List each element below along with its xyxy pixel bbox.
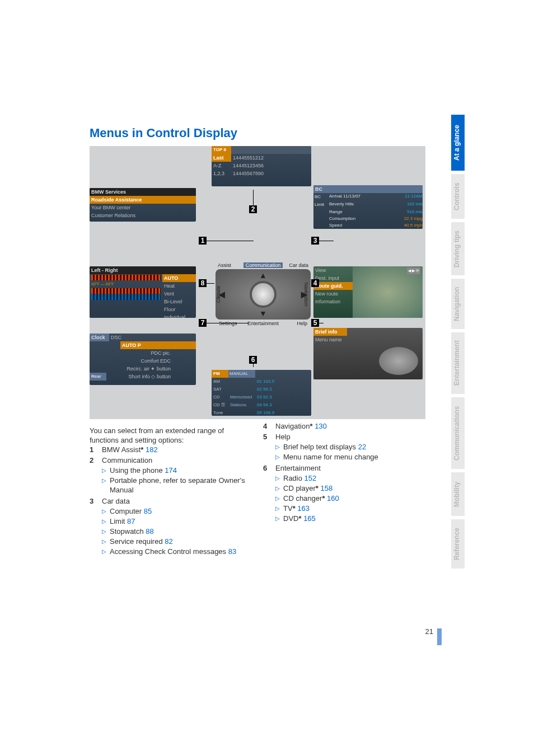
footnote-star: * — [310, 422, 312, 430]
footnote-star: * — [140, 445, 143, 454]
list-item-heading: Navigation* 130 — [275, 421, 425, 431]
list-number: 6 — [263, 463, 275, 524]
tab-reference[interactable]: Reference — [451, 519, 465, 569]
sub-item-text: Portable phone, refer to separate Owner'… — [110, 476, 252, 495]
triangle-bullet-icon: ▷ — [102, 537, 106, 546]
page-link[interactable]: 22 — [358, 443, 366, 451]
footnote-star: * — [316, 484, 318, 492]
screen-navigation: View Dest. input Route guid. New route I… — [313, 266, 423, 318]
sub-item-text: Using the phone 174 — [110, 466, 177, 475]
sub-item-text: Service required 82 — [110, 537, 173, 546]
footnote-star: * — [293, 504, 296, 513]
screen-climate: Left - Right 80°F — 60°F AUTO Heat Vent … — [90, 266, 196, 318]
tab-entertainment[interactable]: Entertainment — [451, 332, 465, 394]
tab-controls[interactable]: Controls — [451, 174, 465, 219]
sub-item-text: Limit 87 — [110, 516, 135, 526]
sub-list-item: ▷Radio 152 — [275, 473, 425, 483]
sub-list-item: ▷TV* 163 — [275, 504, 425, 513]
sub-list-item: ▷CD changer* 160 — [275, 494, 425, 503]
sub-list-item: ▷Menu name for menu change — [275, 452, 425, 462]
tab-communications[interactable]: Communications — [451, 397, 465, 469]
page-link[interactable]: 88 — [146, 527, 153, 536]
sub-item-text: CD player* 158 — [283, 483, 332, 493]
list-number: 5 — [263, 432, 275, 462]
sub-list-item: ▷CD player* 158 — [275, 483, 425, 493]
sub-list-item: ▷Portable phone, refer to separate Owner… — [102, 476, 252, 495]
callout-3: 3 — [311, 237, 319, 245]
list-number: 1 — [90, 445, 102, 454]
sub-item-text: Accessing Check Control messages 83 — [110, 547, 236, 556]
triangle-bullet-icon: ▷ — [102, 506, 106, 516]
side-tabs: At a glance Controls Driving tips Naviga… — [451, 115, 465, 569]
page-link[interactable]: 165 — [303, 514, 316, 523]
footnote-star: * — [322, 494, 325, 503]
list-item-heading: Help — [275, 432, 425, 442]
page-link[interactable]: 82 — [165, 537, 172, 546]
sub-item-text: Brief help text displays 22 — [283, 442, 366, 452]
tab-at-a-glance[interactable]: At a glance — [451, 115, 465, 171]
page-link[interactable]: 130 — [315, 422, 327, 430]
left-index-list: 1BMW Assist* 1822Communication▷Using the… — [90, 445, 252, 557]
callout-2: 2 — [249, 205, 257, 213]
control-display-diagram: BMW Services Roadside Assistance Your BM… — [90, 146, 425, 419]
callout-1: 1 — [199, 237, 207, 245]
triangle-bullet-icon: ▷ — [275, 514, 280, 523]
page-link[interactable]: 87 — [127, 517, 135, 525]
sub-list-item: ▷Limit 87 — [102, 516, 252, 526]
screen-bc: BC BCArrival 11/13/0711:12AM LimitBeverl… — [313, 185, 423, 229]
sub-item-text: Menu name for menu change — [283, 452, 378, 462]
footnote-star: * — [298, 514, 301, 523]
list-item-heading: Communication — [102, 456, 252, 465]
triangle-bullet-icon: ▷ — [102, 476, 106, 495]
tab-driving-tips[interactable]: Driving tips — [451, 222, 465, 275]
sub-list-item: ▷Computer 85 — [102, 506, 252, 516]
list-item-heading: BMW Assist* 182 — [102, 445, 252, 454]
triangle-bullet-icon: ▷ — [275, 504, 280, 513]
page-title: Menus in Control Display — [90, 126, 425, 140]
sub-item-text: Radio 152 — [283, 473, 316, 483]
page-link[interactable]: 85 — [144, 507, 152, 515]
list-number: 2 — [90, 456, 102, 495]
triangle-bullet-icon: ▷ — [102, 527, 106, 536]
page-link[interactable]: 163 — [297, 504, 310, 513]
list-item-heading: Car data — [102, 496, 252, 506]
page-link[interactable]: 158 — [320, 484, 332, 492]
screen-bmw-services: BMW Services Roadside Assistance Your BM… — [90, 188, 196, 222]
page-link[interactable]: 182 — [146, 445, 158, 454]
sub-list-item: ▷Using the phone 174 — [102, 466, 252, 475]
sub-item-text: DVD* 165 — [283, 514, 316, 523]
screen-phone: TOP 8 Last 14445551212 A-Z 14445123456 1… — [212, 146, 311, 186]
page-link[interactable]: 174 — [165, 466, 177, 475]
sub-list-item: ▷Brief help text displays 22 — [275, 442, 425, 452]
triangle-bullet-icon: ▷ — [102, 516, 106, 526]
sub-list-item: ▷Accessing Check Control messages 83 — [102, 547, 252, 556]
list-number: 4 — [263, 421, 275, 431]
triangle-bullet-icon: ▷ — [275, 494, 280, 503]
triangle-bullet-icon: ▷ — [275, 473, 280, 483]
page-link[interactable]: 160 — [327, 494, 339, 503]
callout-6: 6 — [249, 356, 257, 364]
controller-pad: ▲ ▼ ◀ ▶ Communication Assist Car data Cl… — [216, 269, 311, 320]
triangle-bullet-icon: ▷ — [275, 483, 280, 493]
sub-item-text: Stopwatch 88 — [110, 527, 154, 536]
page-link[interactable]: 152 — [305, 474, 317, 482]
sub-item-text: TV* 163 — [283, 504, 310, 513]
callout-5: 5 — [311, 319, 319, 327]
list-item-heading: Entertainment — [275, 463, 425, 473]
sub-list-item: ▷Stopwatch 88 — [102, 527, 252, 536]
screen-entertainment: FM MANUAL AM01 103.5 SAT02 99.3 CDMemori… — [212, 370, 311, 416]
right-index-list: 4Navigation* 1305Help▷Brief help text di… — [263, 421, 425, 524]
page-link[interactable]: 83 — [228, 547, 236, 556]
sub-item-text: CD changer* 160 — [283, 494, 339, 503]
triangle-bullet-icon: ▷ — [102, 466, 106, 475]
triangle-bullet-icon: ▷ — [102, 547, 106, 556]
callout-8: 8 — [199, 279, 207, 287]
screen-settings: Clock DSC AUTO P PDC pic. Comfort EDC Re… — [90, 334, 196, 385]
tab-navigation[interactable]: Navigation — [451, 279, 465, 329]
sub-item-text: Computer 85 — [110, 506, 152, 516]
sub-list-item: ▷Service required 82 — [102, 537, 252, 546]
callout-4: 4 — [311, 279, 319, 287]
triangle-bullet-icon: ▷ — [275, 452, 280, 462]
tab-mobility[interactable]: Mobility — [451, 472, 465, 516]
sub-list-item: ▷DVD* 165 — [275, 514, 425, 523]
